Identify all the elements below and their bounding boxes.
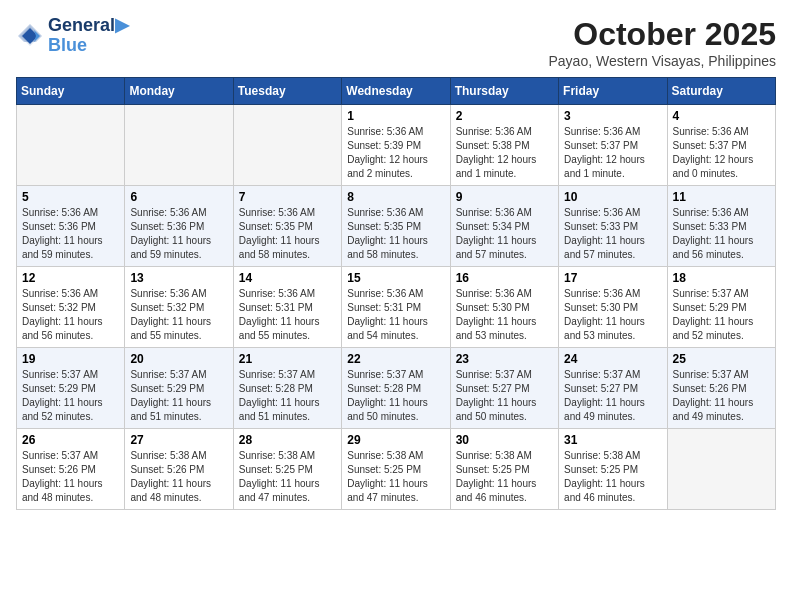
calendar-day-cell xyxy=(17,105,125,186)
calendar-day-cell: 3Sunrise: 5:36 AM Sunset: 5:37 PM Daylig… xyxy=(559,105,667,186)
day-number: 15 xyxy=(347,271,444,285)
calendar-day-cell: 14Sunrise: 5:36 AM Sunset: 5:31 PM Dayli… xyxy=(233,267,341,348)
day-number: 29 xyxy=(347,433,444,447)
day-info: Sunrise: 5:38 AM Sunset: 5:25 PM Dayligh… xyxy=(564,449,661,505)
day-number: 8 xyxy=(347,190,444,204)
calendar-day-cell: 31Sunrise: 5:38 AM Sunset: 5:25 PM Dayli… xyxy=(559,429,667,510)
day-info: Sunrise: 5:37 AM Sunset: 5:27 PM Dayligh… xyxy=(456,368,553,424)
calendar-day-cell: 15Sunrise: 5:36 AM Sunset: 5:31 PM Dayli… xyxy=(342,267,450,348)
day-info: Sunrise: 5:36 AM Sunset: 5:35 PM Dayligh… xyxy=(347,206,444,262)
day-number: 18 xyxy=(673,271,770,285)
title-block: October 2025 Payao, Western Visayas, Phi… xyxy=(549,16,777,69)
day-info: Sunrise: 5:36 AM Sunset: 5:38 PM Dayligh… xyxy=(456,125,553,181)
calendar-week-row: 26Sunrise: 5:37 AM Sunset: 5:26 PM Dayli… xyxy=(17,429,776,510)
day-info: Sunrise: 5:38 AM Sunset: 5:26 PM Dayligh… xyxy=(130,449,227,505)
day-info: Sunrise: 5:36 AM Sunset: 5:32 PM Dayligh… xyxy=(130,287,227,343)
calendar-day-cell: 18Sunrise: 5:37 AM Sunset: 5:29 PM Dayli… xyxy=(667,267,775,348)
day-info: Sunrise: 5:37 AM Sunset: 5:26 PM Dayligh… xyxy=(673,368,770,424)
column-header-friday: Friday xyxy=(559,78,667,105)
calendar-day-cell xyxy=(233,105,341,186)
day-number: 13 xyxy=(130,271,227,285)
day-number: 21 xyxy=(239,352,336,366)
day-number: 14 xyxy=(239,271,336,285)
column-header-monday: Monday xyxy=(125,78,233,105)
calendar-day-cell: 21Sunrise: 5:37 AM Sunset: 5:28 PM Dayli… xyxy=(233,348,341,429)
calendar-day-cell: 7Sunrise: 5:36 AM Sunset: 5:35 PM Daylig… xyxy=(233,186,341,267)
day-info: Sunrise: 5:37 AM Sunset: 5:29 PM Dayligh… xyxy=(130,368,227,424)
calendar-header-row: SundayMondayTuesdayWednesdayThursdayFrid… xyxy=(17,78,776,105)
calendar-week-row: 19Sunrise: 5:37 AM Sunset: 5:29 PM Dayli… xyxy=(17,348,776,429)
day-info: Sunrise: 5:38 AM Sunset: 5:25 PM Dayligh… xyxy=(347,449,444,505)
logo-text: General▶ Blue xyxy=(48,16,129,56)
day-number: 20 xyxy=(130,352,227,366)
logo: General▶ Blue xyxy=(16,16,129,56)
day-info: Sunrise: 5:36 AM Sunset: 5:34 PM Dayligh… xyxy=(456,206,553,262)
calendar-day-cell: 6Sunrise: 5:36 AM Sunset: 5:36 PM Daylig… xyxy=(125,186,233,267)
calendar-day-cell: 1Sunrise: 5:36 AM Sunset: 5:39 PM Daylig… xyxy=(342,105,450,186)
day-number: 9 xyxy=(456,190,553,204)
day-number: 30 xyxy=(456,433,553,447)
calendar-day-cell: 20Sunrise: 5:37 AM Sunset: 5:29 PM Dayli… xyxy=(125,348,233,429)
day-number: 2 xyxy=(456,109,553,123)
day-info: Sunrise: 5:37 AM Sunset: 5:27 PM Dayligh… xyxy=(564,368,661,424)
column-header-thursday: Thursday xyxy=(450,78,558,105)
column-header-sunday: Sunday xyxy=(17,78,125,105)
calendar-day-cell: 17Sunrise: 5:36 AM Sunset: 5:30 PM Dayli… xyxy=(559,267,667,348)
calendar-day-cell: 24Sunrise: 5:37 AM Sunset: 5:27 PM Dayli… xyxy=(559,348,667,429)
day-number: 26 xyxy=(22,433,119,447)
day-number: 17 xyxy=(564,271,661,285)
calendar-day-cell: 11Sunrise: 5:36 AM Sunset: 5:33 PM Dayli… xyxy=(667,186,775,267)
day-number: 22 xyxy=(347,352,444,366)
day-number: 31 xyxy=(564,433,661,447)
day-info: Sunrise: 5:36 AM Sunset: 5:35 PM Dayligh… xyxy=(239,206,336,262)
calendar-day-cell: 16Sunrise: 5:36 AM Sunset: 5:30 PM Dayli… xyxy=(450,267,558,348)
day-info: Sunrise: 5:36 AM Sunset: 5:30 PM Dayligh… xyxy=(456,287,553,343)
calendar-day-cell xyxy=(125,105,233,186)
day-number: 23 xyxy=(456,352,553,366)
calendar-week-row: 12Sunrise: 5:36 AM Sunset: 5:32 PM Dayli… xyxy=(17,267,776,348)
day-info: Sunrise: 5:36 AM Sunset: 5:32 PM Dayligh… xyxy=(22,287,119,343)
day-info: Sunrise: 5:37 AM Sunset: 5:26 PM Dayligh… xyxy=(22,449,119,505)
day-info: Sunrise: 5:36 AM Sunset: 5:33 PM Dayligh… xyxy=(564,206,661,262)
day-number: 16 xyxy=(456,271,553,285)
day-number: 24 xyxy=(564,352,661,366)
month-title: October 2025 xyxy=(549,16,777,53)
calendar-week-row: 1Sunrise: 5:36 AM Sunset: 5:39 PM Daylig… xyxy=(17,105,776,186)
day-number: 10 xyxy=(564,190,661,204)
day-number: 3 xyxy=(564,109,661,123)
day-number: 7 xyxy=(239,190,336,204)
calendar-day-cell: 9Sunrise: 5:36 AM Sunset: 5:34 PM Daylig… xyxy=(450,186,558,267)
calendar-day-cell: 4Sunrise: 5:36 AM Sunset: 5:37 PM Daylig… xyxy=(667,105,775,186)
calendar-day-cell: 8Sunrise: 5:36 AM Sunset: 5:35 PM Daylig… xyxy=(342,186,450,267)
calendar-day-cell: 26Sunrise: 5:37 AM Sunset: 5:26 PM Dayli… xyxy=(17,429,125,510)
day-info: Sunrise: 5:37 AM Sunset: 5:29 PM Dayligh… xyxy=(673,287,770,343)
calendar-day-cell: 22Sunrise: 5:37 AM Sunset: 5:28 PM Dayli… xyxy=(342,348,450,429)
column-header-tuesday: Tuesday xyxy=(233,78,341,105)
day-info: Sunrise: 5:37 AM Sunset: 5:29 PM Dayligh… xyxy=(22,368,119,424)
day-info: Sunrise: 5:36 AM Sunset: 5:39 PM Dayligh… xyxy=(347,125,444,181)
day-number: 27 xyxy=(130,433,227,447)
calendar-week-row: 5Sunrise: 5:36 AM Sunset: 5:36 PM Daylig… xyxy=(17,186,776,267)
day-number: 1 xyxy=(347,109,444,123)
calendar-day-cell: 28Sunrise: 5:38 AM Sunset: 5:25 PM Dayli… xyxy=(233,429,341,510)
day-info: Sunrise: 5:36 AM Sunset: 5:31 PM Dayligh… xyxy=(347,287,444,343)
calendar-day-cell: 5Sunrise: 5:36 AM Sunset: 5:36 PM Daylig… xyxy=(17,186,125,267)
logo-icon xyxy=(16,22,44,50)
column-header-wednesday: Wednesday xyxy=(342,78,450,105)
calendar-day-cell: 12Sunrise: 5:36 AM Sunset: 5:32 PM Dayli… xyxy=(17,267,125,348)
calendar-day-cell xyxy=(667,429,775,510)
page-header: General▶ Blue October 2025 Payao, Wester… xyxy=(16,16,776,69)
column-header-saturday: Saturday xyxy=(667,78,775,105)
calendar-day-cell: 30Sunrise: 5:38 AM Sunset: 5:25 PM Dayli… xyxy=(450,429,558,510)
calendar-day-cell: 23Sunrise: 5:37 AM Sunset: 5:27 PM Dayli… xyxy=(450,348,558,429)
calendar-day-cell: 2Sunrise: 5:36 AM Sunset: 5:38 PM Daylig… xyxy=(450,105,558,186)
day-info: Sunrise: 5:37 AM Sunset: 5:28 PM Dayligh… xyxy=(239,368,336,424)
calendar-table: SundayMondayTuesdayWednesdayThursdayFrid… xyxy=(16,77,776,510)
day-info: Sunrise: 5:36 AM Sunset: 5:31 PM Dayligh… xyxy=(239,287,336,343)
day-info: Sunrise: 5:37 AM Sunset: 5:28 PM Dayligh… xyxy=(347,368,444,424)
day-number: 11 xyxy=(673,190,770,204)
day-number: 25 xyxy=(673,352,770,366)
day-info: Sunrise: 5:38 AM Sunset: 5:25 PM Dayligh… xyxy=(239,449,336,505)
day-number: 28 xyxy=(239,433,336,447)
calendar-day-cell: 19Sunrise: 5:37 AM Sunset: 5:29 PM Dayli… xyxy=(17,348,125,429)
